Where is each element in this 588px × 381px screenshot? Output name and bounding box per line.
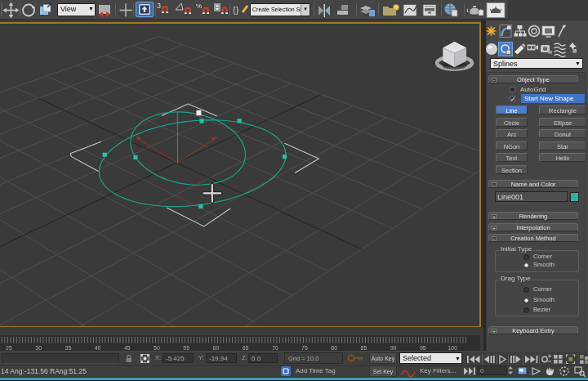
svg-text:25: 25 — [6, 345, 12, 351]
svg-text:75: 75 — [301, 345, 308, 351]
svg-text:35: 35 — [65, 345, 72, 351]
svg-text:30: 30 — [35, 345, 42, 351]
svg-text:45: 45 — [124, 345, 131, 351]
svg-text:70: 70 — [272, 345, 278, 351]
svg-text:90: 90 — [390, 345, 397, 351]
svg-text:3: 3 — [157, 2, 161, 10]
svg-text:85: 85 — [361, 345, 368, 351]
svg-text:80: 80 — [331, 345, 337, 351]
svg-text:40: 40 — [95, 345, 101, 351]
svg-text:60: 60 — [213, 345, 220, 351]
svg-text:50: 50 — [154, 345, 160, 351]
svg-text:%: % — [196, 2, 202, 10]
svg-text:55: 55 — [183, 345, 189, 351]
svg-text:95: 95 — [420, 345, 426, 351]
svg-text:65: 65 — [243, 345, 249, 351]
svg-text:100: 100 — [448, 345, 457, 351]
svg-text:{}: {} — [233, 5, 239, 15]
